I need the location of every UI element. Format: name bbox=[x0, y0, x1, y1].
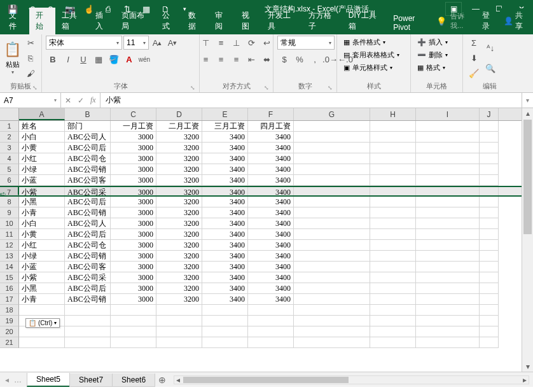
cell[interactable]: 二月工资 bbox=[156, 121, 202, 132]
cell[interactable]: ABC公司销 bbox=[65, 251, 111, 262]
cell[interactable]: ABC公司仓 bbox=[65, 240, 111, 251]
sheet-tab-Sheet6[interactable]: Sheet6 bbox=[112, 374, 155, 387]
cell[interactable] bbox=[370, 187, 416, 195]
scroll-up-icon[interactable]: ▴ bbox=[522, 108, 533, 118]
cell[interactable] bbox=[19, 305, 65, 316]
cell[interactable]: 3200 bbox=[156, 197, 202, 207]
cell[interactable] bbox=[370, 229, 416, 240]
col-header-A[interactable]: A bbox=[19, 108, 65, 120]
row-header[interactable]: 13 bbox=[0, 251, 19, 262]
cell[interactable] bbox=[19, 326, 65, 337]
cell[interactable]: ABC公司人 bbox=[65, 218, 111, 229]
cell[interactable] bbox=[416, 121, 480, 132]
cell[interactable] bbox=[202, 305, 248, 316]
cell[interactable] bbox=[294, 143, 370, 153]
cell[interactable]: 3400 bbox=[248, 153, 294, 164]
launcher-icon[interactable]: ⤡ bbox=[264, 85, 269, 91]
cell[interactable]: 3400 bbox=[202, 272, 248, 283]
tell-me[interactable]: 告诉我... bbox=[446, 11, 477, 31]
cell[interactable] bbox=[416, 272, 480, 283]
cell[interactable] bbox=[480, 326, 499, 337]
cell[interactable] bbox=[294, 175, 370, 186]
cell[interactable] bbox=[65, 326, 111, 337]
cell[interactable] bbox=[19, 337, 65, 348]
align-middle-icon[interactable]: ≡ bbox=[214, 36, 228, 50]
copy-icon[interactable]: ⎘ bbox=[24, 51, 38, 65]
cell[interactable] bbox=[480, 294, 499, 305]
cell[interactable] bbox=[416, 294, 480, 305]
scroll-thumb[interactable] bbox=[183, 377, 349, 383]
autosum-icon[interactable]: Σ bbox=[467, 36, 481, 50]
cell[interactable] bbox=[480, 121, 499, 132]
cell[interactable] bbox=[370, 121, 416, 132]
cell[interactable]: 3000 bbox=[111, 283, 156, 294]
row-header[interactable]: 1 bbox=[0, 121, 19, 132]
row-header[interactable]: 11 bbox=[0, 229, 19, 240]
align-bottom-icon[interactable]: ⊥ bbox=[230, 36, 244, 50]
cell[interactable] bbox=[480, 337, 499, 348]
cell[interactable] bbox=[480, 251, 499, 262]
cell[interactable]: 小蓝 bbox=[19, 262, 65, 272]
cell[interactable] bbox=[416, 316, 480, 326]
cell[interactable] bbox=[156, 337, 202, 348]
cell[interactable] bbox=[294, 262, 370, 272]
cell[interactable]: ABC公司后 bbox=[65, 197, 111, 207]
cell[interactable] bbox=[416, 251, 480, 262]
cell[interactable]: 3000 bbox=[111, 272, 156, 283]
cell-styles-button[interactable]: ▣单元格样式▾ bbox=[341, 61, 395, 74]
cell[interactable] bbox=[294, 251, 370, 262]
cell[interactable]: 部门 bbox=[65, 121, 111, 132]
cell[interactable] bbox=[480, 207, 499, 218]
sheet-tab-Sheet5[interactable]: Sheet5 bbox=[27, 373, 70, 387]
row-header[interactable]: 9 bbox=[0, 207, 19, 218]
cell[interactable]: 3200 bbox=[156, 262, 202, 272]
tab-数据[interactable]: 数据 bbox=[182, 8, 209, 34]
cell[interactable]: 3000 bbox=[111, 143, 156, 153]
cell[interactable] bbox=[480, 153, 499, 164]
sheet-nav-prev-icon[interactable]: ◂ bbox=[5, 375, 9, 384]
cell[interactable]: 3400 bbox=[202, 132, 248, 143]
clear-icon[interactable]: 🧹 bbox=[467, 66, 481, 80]
cell[interactable] bbox=[416, 164, 480, 175]
cell[interactable]: 3400 bbox=[202, 187, 248, 195]
cell[interactable] bbox=[370, 294, 416, 305]
cell[interactable]: 3400 bbox=[248, 229, 294, 240]
cell[interactable]: ABC公司销 bbox=[65, 164, 111, 175]
cell[interactable] bbox=[480, 262, 499, 272]
expand-formula-icon[interactable]: ▾ bbox=[522, 93, 533, 108]
row-header[interactable]: 19 bbox=[0, 316, 19, 326]
cell[interactable]: 3200 bbox=[156, 218, 202, 229]
cell[interactable] bbox=[416, 337, 480, 348]
scroll-thumb[interactable] bbox=[523, 120, 532, 234]
cell[interactable] bbox=[294, 316, 370, 326]
tab-Power Pivot[interactable]: Power Pivot bbox=[387, 11, 436, 34]
cell[interactable]: 3000 bbox=[111, 175, 156, 186]
cell[interactable]: ABC公司客 bbox=[65, 262, 111, 272]
row-header[interactable]: 4 bbox=[0, 153, 19, 164]
cell[interactable]: 3000 bbox=[111, 207, 156, 218]
row-header[interactable]: 10 bbox=[0, 218, 19, 229]
row-header[interactable]: 6 bbox=[0, 175, 19, 186]
cell[interactable] bbox=[480, 272, 499, 283]
font-color-icon[interactable]: A bbox=[122, 52, 136, 66]
cell[interactable]: ABC公司销 bbox=[65, 294, 111, 305]
cell[interactable]: 小黑 bbox=[19, 197, 65, 207]
find-icon[interactable]: 🔍 bbox=[483, 59, 497, 78]
cell[interactable] bbox=[416, 326, 480, 337]
launcher-icon[interactable]: ⤡ bbox=[190, 85, 195, 91]
cell[interactable] bbox=[480, 305, 499, 316]
cell[interactable] bbox=[416, 218, 480, 229]
cell[interactable] bbox=[294, 272, 370, 283]
cell[interactable] bbox=[416, 262, 480, 272]
cell[interactable] bbox=[370, 272, 416, 283]
col-header-H[interactable]: H bbox=[370, 108, 416, 120]
cell[interactable] bbox=[370, 337, 416, 348]
cell[interactable]: 三月工资 bbox=[202, 121, 248, 132]
delete-button[interactable]: ➖删除▾ bbox=[415, 48, 450, 61]
cell[interactable] bbox=[294, 337, 370, 348]
cell[interactable]: 3200 bbox=[156, 294, 202, 305]
row-header[interactable]: 16 bbox=[0, 283, 19, 294]
cell[interactable] bbox=[480, 240, 499, 251]
cell[interactable]: 3000 bbox=[111, 262, 156, 272]
scroll-left-icon[interactable]: ◂ bbox=[174, 376, 182, 384]
